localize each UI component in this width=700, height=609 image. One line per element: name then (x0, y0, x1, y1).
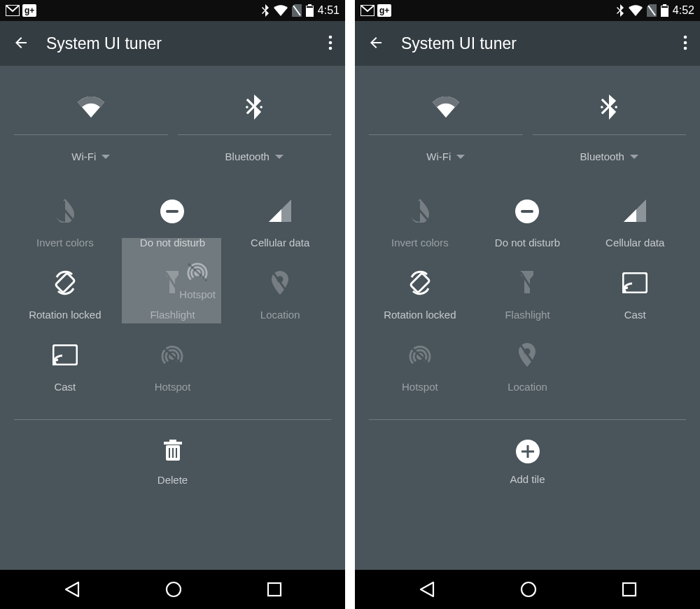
chevron-down-icon (630, 155, 638, 159)
bluetooth-icon (599, 94, 619, 122)
hotspot-icon (407, 344, 433, 368)
tile-label: Wi-Fi (71, 150, 96, 162)
trash-icon (164, 440, 182, 464)
tile-location[interactable]: Location (229, 264, 331, 326)
svg-rect-45 (521, 210, 533, 213)
tile-invert-colors[interactable]: Invert colors (14, 192, 116, 254)
tile-label: Flashlight (505, 309, 550, 321)
hotspot-icon (160, 344, 185, 368)
tile-flashlight[interactable]: Flashlight (477, 264, 579, 326)
nav-back-button[interactable] (63, 580, 81, 598)
svg-point-56 (522, 582, 536, 596)
tile-cellular-data[interactable]: Cellular data (229, 192, 331, 254)
svg-point-30 (167, 582, 181, 596)
plus-icon (516, 440, 540, 463)
tile-rotation-locked[interactable]: Rotation locked (369, 264, 471, 326)
svg-text:g+: g+ (379, 6, 389, 15)
svg-point-41 (684, 46, 687, 50)
location-icon (272, 271, 288, 297)
bluetooth-icon (616, 4, 624, 17)
tile-bluetooth[interactable]: Bluetooth (533, 92, 687, 162)
divider (14, 419, 331, 420)
phone-right: g+ 4:52 (355, 0, 700, 609)
chevron-down-icon (275, 155, 284, 159)
overflow-menu-button[interactable] (328, 35, 332, 52)
phone-left: g+ 4:51 (0, 0, 345, 609)
svg-point-10 (246, 106, 248, 108)
no-sim-icon (647, 4, 657, 17)
back-button[interactable] (13, 34, 29, 53)
tile-location[interactable]: Location (477, 336, 579, 398)
tile-wifi-expand[interactable]: Wi-Fi (71, 150, 110, 162)
app-bar: System UI tuner (0, 21, 345, 66)
nav-home-button[interactable] (519, 580, 538, 598)
svg-rect-18 (53, 345, 77, 365)
svg-point-7 (329, 35, 332, 38)
cellular-icon (624, 200, 646, 224)
svg-rect-27 (169, 448, 170, 458)
wifi-icon (274, 5, 288, 16)
no-sim-icon (292, 4, 302, 17)
tile-label: Flashlight (150, 309, 195, 321)
tile-rotation-locked[interactable]: Rotation locked (14, 264, 116, 326)
tile-hotspot[interactable]: Hotspot (122, 336, 224, 398)
content-area: Wi-Fi Bluetooth (355, 66, 700, 570)
status-time: 4:51 (318, 4, 340, 17)
nav-recents-button[interactable] (621, 581, 638, 598)
tile-label: Cellular data (606, 237, 664, 248)
nav-bar (0, 570, 345, 609)
nav-recents-button[interactable] (266, 581, 283, 598)
battery-icon (306, 4, 314, 17)
svg-rect-26 (169, 440, 176, 442)
svg-rect-6 (307, 6, 313, 8)
wifi-icon (78, 97, 104, 120)
tile-do-not-disturb[interactable]: Do not disturb (477, 192, 579, 254)
tile-flashlight[interactable]: Flashlight (122, 264, 224, 326)
tile-do-not-disturb[interactable]: Do not disturb (122, 192, 224, 254)
bluetooth-icon (244, 94, 264, 122)
wifi-icon (629, 5, 643, 16)
tile-cast[interactable]: Cast (584, 264, 686, 326)
app-bar: System UI tuner (355, 21, 700, 66)
tile-wifi[interactable]: Wi-Fi (369, 92, 523, 162)
tile-label: Hotspot (155, 381, 191, 393)
svg-point-11 (260, 106, 263, 108)
back-button[interactable] (368, 34, 384, 53)
svg-rect-31 (268, 583, 281, 596)
tile-cast[interactable]: Cast (14, 336, 116, 398)
svg-point-42 (601, 106, 603, 108)
nav-bar (355, 570, 700, 609)
add-tile-button[interactable]: Add tile (369, 440, 686, 499)
tile-hotspot[interactable]: Hotspot (369, 336, 471, 398)
tile-label: Cast (54, 381, 76, 393)
page-title: System UI tuner (401, 34, 683, 53)
svg-point-40 (684, 41, 687, 44)
nav-home-button[interactable] (164, 580, 183, 598)
flashlight-icon (519, 271, 535, 297)
tile-cellular-data[interactable]: Cellular data (584, 192, 686, 254)
overflow-menu-button[interactable] (683, 35, 687, 52)
tile-invert-colors[interactable]: Invert colors (369, 192, 471, 254)
cast-icon (52, 344, 78, 368)
google-plus-icon: g+ (22, 4, 36, 17)
tile-wifi[interactable]: Wi-Fi (14, 92, 168, 162)
status-bar: g+ 4:52 (355, 0, 700, 21)
tile-bluetooth-expand[interactable]: Bluetooth (580, 150, 638, 162)
tile-bluetooth-expand[interactable]: Bluetooth (225, 150, 284, 162)
svg-rect-13 (166, 210, 178, 213)
delete-button[interactable]: Delete (14, 440, 331, 500)
svg-text:g+: g+ (24, 6, 34, 15)
tile-label: Location (260, 309, 300, 321)
tile-bluetooth[interactable]: Bluetooth (178, 92, 332, 162)
tile-label: Bluetooth (580, 150, 624, 162)
tile-label: Cellular data (251, 237, 309, 248)
tile-label: Location (507, 381, 547, 393)
cast-icon (622, 272, 648, 295)
svg-rect-5 (308, 4, 312, 6)
tile-wifi-expand[interactable]: Wi-Fi (426, 150, 465, 162)
svg-rect-55 (522, 451, 534, 453)
bottom-label: Add tile (510, 473, 545, 485)
flashlight-icon (164, 271, 180, 297)
cellular-icon (269, 200, 291, 224)
nav-back-button[interactable] (418, 580, 436, 598)
